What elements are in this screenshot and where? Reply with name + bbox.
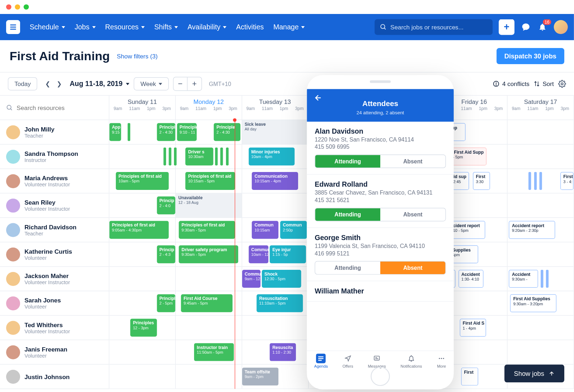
schedule-event[interactable]: Communication10:15am - 4pm: [252, 172, 298, 190]
next-arrow[interactable]: ❯: [57, 80, 62, 87]
event-stripe[interactable]: [539, 172, 542, 190]
day-cell[interactable]: Principle2 - 5pm: [109, 291, 176, 315]
conflicts-indicator[interactable]: 4 conflicts: [493, 80, 530, 87]
day-cell[interactable]: Accident9:30am -: [508, 267, 574, 291]
day-cell[interactable]: Princip2 - 4:3: [109, 242, 176, 266]
day-cell[interactable]: Sick leaveAll day: [242, 120, 309, 144]
tab-notifications[interactable]: Notifications: [400, 354, 422, 368]
nav-item-shifts[interactable]: Shifts: [154, 23, 178, 31]
day-cell[interactable]: Principle9:10 - 11Principle2 - 4:30: [176, 120, 242, 144]
absent-option[interactable]: Absent: [380, 208, 446, 221]
nav-item-resources[interactable]: Resources: [105, 23, 145, 31]
sort-control[interactable]: Sort: [534, 80, 554, 87]
tab-messages[interactable]: Messages: [368, 354, 386, 368]
day-cell[interactable]: [508, 193, 574, 217]
day-cell[interactable]: Principles of first aid9:30am - 5pm: [176, 218, 242, 242]
search-input[interactable]: [390, 24, 487, 30]
day-cell[interactable]: Unavailable12 - 18 Aug: [176, 193, 242, 217]
date-range-picker[interactable]: Aug 11-18, 2019: [70, 80, 130, 88]
day-cell[interactable]: First Aid Course9:45am - 5pm: [176, 291, 242, 315]
nav-item-availability[interactable]: Availability: [188, 23, 227, 31]
resource-row[interactable]: Justin Johnson: [0, 364, 109, 389]
resource-row[interactable]: Maria AndrewsVolunteer Instructor: [0, 169, 109, 193]
schedule-event[interactable]: Commun10:15am: [252, 221, 278, 239]
day-cell[interactable]: [508, 144, 574, 168]
event-stripe[interactable]: [169, 148, 171, 166]
schedule-event[interactable]: Principles of first aid9:05am - 4:30pm: [109, 221, 169, 239]
schedule-event[interactable]: Accident9:30am -: [509, 270, 538, 288]
day-cell[interactable]: App9:15Principle2 - 4:30: [109, 120, 176, 144]
day-cell[interactable]: Princip2 - 4:0: [109, 193, 176, 217]
resource-row[interactable]: Jackson MaherVolunteer Instructor: [0, 267, 109, 291]
day-cell[interactable]: [109, 267, 176, 291]
event-stripe[interactable]: [546, 270, 548, 288]
event-stripe[interactable]: [221, 148, 223, 166]
attending-option[interactable]: Attending: [315, 262, 380, 274]
schedule-event[interactable]: Principles12 - 3pm: [130, 319, 157, 336]
dispatch-button[interactable]: Dispatch 30 jobs: [497, 48, 564, 64]
resource-row[interactable]: Janis FreemanVolunteer: [0, 340, 109, 364]
day-cell[interactable]: Resuscita1:10 - 2:30: [242, 340, 309, 364]
attending-option[interactable]: Attending: [315, 155, 380, 168]
day-cell[interactable]: Principles of first aid10:15am - 5pm: [176, 169, 242, 193]
close-icon[interactable]: [6, 4, 11, 10]
day-cell[interactable]: Commun10:15amCommun2:50p: [242, 218, 309, 242]
schedule-event[interactable]: Minor injuries10am - 4pm: [249, 148, 295, 166]
resource-row[interactable]: John MillyTeacher: [0, 120, 109, 144]
schedule-event[interactable]: Princip2 - 4:3: [157, 245, 175, 263]
day-cell[interactable]: First A3 - 4:: [508, 169, 574, 193]
day-cell[interactable]: Principles12 - 3pm: [109, 316, 176, 340]
schedule-event[interactable]: Principle2 - 4:30: [214, 123, 240, 141]
nav-item-schedule[interactable]: Schedule: [30, 23, 65, 31]
event-stripe[interactable]: [163, 148, 166, 166]
day-cell[interactable]: [242, 316, 309, 340]
schedule-event[interactable]: First3:30: [473, 172, 490, 190]
resource-row[interactable]: Sean RileyVolunteer Instructor: [0, 193, 109, 218]
schedule-event[interactable]: Driver safety program9:30am - 5pm: [179, 245, 238, 263]
app-logo[interactable]: [6, 20, 20, 34]
day-cell[interactable]: [109, 364, 176, 388]
schedule-event[interactable]: Principles of first aid9:30am - 5pm: [179, 221, 235, 239]
home-indicator[interactable]: [371, 367, 390, 386]
show-jobs-button[interactable]: Show jobs: [504, 364, 564, 382]
add-button[interactable]: +: [499, 19, 514, 35]
settings-icon[interactable]: [558, 80, 566, 88]
show-filters-link[interactable]: Show filters (3): [117, 53, 158, 59]
chat-icon[interactable]: [521, 22, 531, 32]
day-cell[interactable]: First Aid Supplies9:30am - 3:20pm: [508, 291, 574, 315]
resource-row[interactable]: Sarah JonesVolunteer: [0, 291, 109, 316]
nav-item-manage[interactable]: Manage: [273, 23, 305, 31]
schedule-event[interactable]: Driver s10:30am: [185, 148, 213, 166]
day-cell[interactable]: Principles of first aid10am - 5pm: [109, 169, 176, 193]
back-button[interactable]: [314, 94, 323, 102]
day-cell[interactable]: Team offsite9am - 2pm: [242, 364, 309, 388]
schedule-event[interactable]: Instructor train11:50am - 5pm: [194, 343, 234, 361]
day-cell[interactable]: [508, 340, 574, 364]
day-cell[interactable]: [508, 316, 574, 340]
day-cell[interactable]: Driver safety program9:30am - 5pm: [176, 242, 242, 266]
schedule-event[interactable]: Principles of first aid10:15am - 5pm: [185, 172, 235, 190]
resource-row[interactable]: Richard DavidsonTeacher: [0, 218, 109, 242]
notifications-icon[interactable]: 16: [537, 22, 547, 32]
resource-row[interactable]: Ted WhithersVolunteer Instructor: [0, 316, 109, 340]
schedule-event[interactable]: First Aid Course9:45am - 5pm: [181, 294, 232, 312]
absent-option[interactable]: Absent: [380, 155, 446, 168]
day-cell[interactable]: Resuscitation11:10am - 5pm: [242, 291, 309, 315]
schedule-event[interactable]: Unavailable12 - 18 Aug: [176, 193, 242, 217]
day-cell[interactable]: [176, 364, 242, 388]
zoom-out[interactable]: −: [174, 77, 188, 91]
nav-item-jobs[interactable]: Jobs: [75, 23, 95, 31]
tab-offers[interactable]: Offers: [343, 354, 353, 368]
view-selector[interactable]: Week: [134, 77, 169, 91]
schedule-event[interactable]: App9:15: [109, 123, 121, 141]
maximize-icon[interactable]: [24, 4, 29, 10]
event-stripe[interactable]: [529, 172, 531, 190]
day-cell[interactable]: Commun10am - 12Eye injur1:15 - 5p: [242, 242, 309, 266]
day-cell[interactable]: Commun9am - 12Shock12:30 - 5pm: [242, 267, 309, 291]
tab-agenda[interactable]: Agenda: [314, 354, 328, 368]
nav-item-activities[interactable]: Activities: [236, 23, 264, 31]
day-cell[interactable]: [242, 193, 309, 217]
day-cell[interactable]: Driver s10:30am: [176, 144, 242, 168]
schedule-event[interactable]: First Aid Supplies9:30am - 3:20pm: [510, 294, 556, 312]
attending-option[interactable]: Attending: [315, 208, 380, 221]
